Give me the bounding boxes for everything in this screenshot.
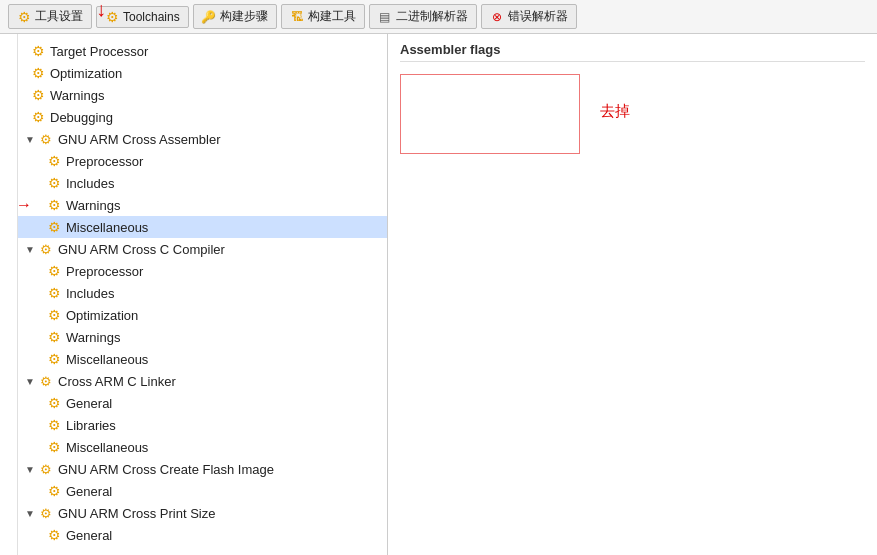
main-container: ↓ ⚙ 工具设置 ⚙ Toolchains 🔑 构建步骤 🏗 构建工具 ▤ 二进… <box>0 0 877 555</box>
tree-item-label: Optimization <box>66 308 138 323</box>
tab-build-tools-label: 构建工具 <box>308 8 356 25</box>
tree-item-gnu-print-size[interactable]: ▼ ⚙ GNU ARM Cross Print Size <box>18 502 387 524</box>
tree-item-print-general[interactable]: ⚙ General <box>18 524 387 546</box>
tree-panel: ⚙ Target Processor ⚙ Optimization ⚙ Warn… <box>18 34 388 555</box>
tree-item-debugging[interactable]: ⚙ Debugging <box>18 106 387 128</box>
tree-item-cc-optimization[interactable]: ⚙ Optimization <box>18 304 387 326</box>
tab-binary-parser[interactable]: ▤ 二进制解析器 <box>369 4 477 29</box>
tree-item-asm-preprocessor[interactable]: ⚙ Preprocessor <box>18 150 387 172</box>
tree-item-cross-arm-linker[interactable]: ▼ ⚙ Cross ARM C Linker <box>18 370 387 392</box>
settings-icon: ⚙ <box>46 175 62 191</box>
expand-arrow: ▼ <box>24 375 36 387</box>
settings-icon: ⚙ <box>30 65 46 81</box>
tree-item-label: Debugging <box>50 110 113 125</box>
assembler-flags-input[interactable] <box>400 74 580 154</box>
toolchain-icon: ⚙ <box>105 10 119 24</box>
tab-error-parser[interactable]: ⊗ 错误解析器 <box>481 4 577 29</box>
tree-item-label: General <box>66 528 112 543</box>
tree-item-label: General <box>66 396 112 411</box>
tree-item-cc-includes[interactable]: ⚙ Includes <box>18 282 387 304</box>
right-panel-title: Assembler flags <box>400 42 865 62</box>
tree-item-label: Target Processor <box>50 44 148 59</box>
tree-item-cc-warnings[interactable]: ⚙ Warnings <box>18 326 387 348</box>
tree-item-linker-general[interactable]: ⚙ General <box>18 392 387 414</box>
tree-item-linker-misc[interactable]: ⚙ Miscellaneous <box>18 436 387 458</box>
content-area: ⚙ Target Processor ⚙ Optimization ⚙ Warn… <box>0 34 877 555</box>
settings-icon: ⚙ <box>46 417 62 433</box>
settings-icon: ⚙ <box>46 351 62 367</box>
expand-arrow: ▼ <box>24 507 36 519</box>
build-icon: 🏗 <box>290 10 304 24</box>
settings-icon: ⚙ <box>46 307 62 323</box>
tree-item-cc-miscellaneous[interactable]: ⚙ Miscellaneous <box>18 348 387 370</box>
tree-item-warnings[interactable]: ⚙ Warnings <box>18 84 387 106</box>
remove-button[interactable]: 去掉 <box>600 102 630 121</box>
tree-item-asm-includes[interactable]: ⚙ Includes <box>18 172 387 194</box>
gear-icon: ⚙ <box>17 10 31 24</box>
settings-icon: ⚙ <box>46 219 62 235</box>
tree-item-label: Optimization <box>50 66 122 81</box>
toolbar: ↓ ⚙ 工具设置 ⚙ Toolchains 🔑 构建步骤 🏗 构建工具 ▤ 二进… <box>0 0 877 34</box>
tree-item-gnu-arm-c-compiler[interactable]: ▼ ⚙ GNU ARM Cross C Compiler <box>18 238 387 260</box>
settings-icon: ⚙ <box>30 43 46 59</box>
error-icon: ⊗ <box>490 10 504 24</box>
tab-binary-parser-label: 二进制解析器 <box>396 8 468 25</box>
folder-icon: ⚙ <box>38 131 54 147</box>
folder-icon: ⚙ <box>38 461 54 477</box>
expand-arrow: ▼ <box>24 463 36 475</box>
settings-icon: ⚙ <box>46 527 62 543</box>
tree-item-target-processor[interactable]: ⚙ Target Processor <box>18 40 387 62</box>
expand-arrow: ▼ <box>24 243 36 255</box>
settings-icon: ⚙ <box>46 263 62 279</box>
tree-item-asm-warnings[interactable]: → ⚙ Warnings <box>18 194 387 216</box>
tree-item-asm-miscellaneous[interactable]: ⚙ Miscellaneous <box>18 216 387 238</box>
right-panel: Assembler flags 去掉 <box>388 34 877 555</box>
tree-item-label: GNU ARM Cross Create Flash Image <box>58 462 274 477</box>
tree-item-optimization[interactable]: ⚙ Optimization <box>18 62 387 84</box>
folder-icon: ⚙ <box>38 373 54 389</box>
tab-build-tools[interactable]: 🏗 构建工具 <box>281 4 365 29</box>
folder-icon: ⚙ <box>38 241 54 257</box>
tab-tool-settings-label: 工具设置 <box>35 8 83 25</box>
settings-icon: ⚙ <box>30 87 46 103</box>
tree-item-label: Warnings <box>66 198 120 213</box>
tab-toolchains[interactable]: ⚙ Toolchains <box>96 6 189 28</box>
tree-item-label: Miscellaneous <box>66 440 148 455</box>
tab-build-steps[interactable]: 🔑 构建步骤 <box>193 4 277 29</box>
tree-item-label: GNU ARM Cross Print Size <box>58 506 215 521</box>
wrench-icon: 🔑 <box>202 10 216 24</box>
binary-icon: ▤ <box>378 10 392 24</box>
settings-icon: ⚙ <box>46 439 62 455</box>
tree-item-label: Preprocessor <box>66 154 143 169</box>
settings-icon: ⚙ <box>30 109 46 125</box>
tree-item-label: Libraries <box>66 418 116 433</box>
tree-item-cc-preprocessor[interactable]: ⚙ Preprocessor <box>18 260 387 282</box>
tab-tool-settings[interactable]: ⚙ 工具设置 <box>8 4 92 29</box>
settings-icon: ⚙ <box>46 483 62 499</box>
settings-icon: ⚙ <box>46 285 62 301</box>
tree-item-gnu-arm-assembler[interactable]: ▼ ⚙ GNU ARM Cross Assembler <box>18 128 387 150</box>
tree-item-label: Miscellaneous <box>66 352 148 367</box>
tree-item-label: Cross ARM C Linker <box>58 374 176 389</box>
folder-icon: ⚙ <box>38 505 54 521</box>
tree-item-label: Warnings <box>66 330 120 345</box>
settings-icon: ⚙ <box>46 197 62 213</box>
tab-error-parser-label: 错误解析器 <box>508 8 568 25</box>
tree-item-label: GNU ARM Cross C Compiler <box>58 242 225 257</box>
tree-item-label: Preprocessor <box>66 264 143 279</box>
tree-item-gnu-flash[interactable]: ▼ ⚙ GNU ARM Cross Create Flash Image <box>18 458 387 480</box>
settings-icon: ⚙ <box>46 395 62 411</box>
tab-build-steps-label: 构建步骤 <box>220 8 268 25</box>
tree-item-label: Miscellaneous <box>66 220 148 235</box>
tree-item-label: Includes <box>66 176 114 191</box>
tree-item-linker-libraries[interactable]: ⚙ Libraries <box>18 414 387 436</box>
tab-toolchains-label: Toolchains <box>123 10 180 24</box>
settings-icon: ⚙ <box>46 153 62 169</box>
tree-item-flash-general[interactable]: ⚙ General <box>18 480 387 502</box>
settings-icon: ⚙ <box>46 329 62 345</box>
arrow-indicator-warnings: → <box>18 196 32 214</box>
tree-item-label: GNU ARM Cross Assembler <box>58 132 221 147</box>
tree-item-label: General <box>66 484 112 499</box>
expand-arrow: ▼ <box>24 133 36 145</box>
left-sidebar-bar <box>0 34 18 555</box>
